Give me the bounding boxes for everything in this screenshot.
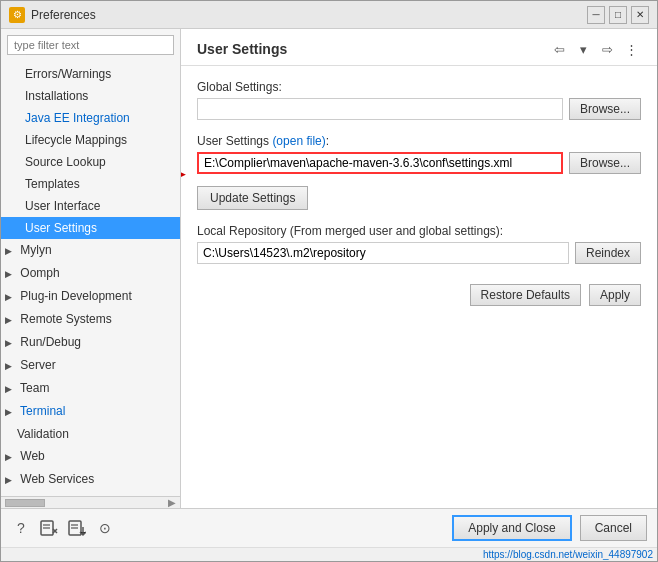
- apply-button[interactable]: Apply: [589, 284, 641, 306]
- sidebar-item-server[interactable]: ▶ Server: [1, 354, 180, 377]
- main-panel: User Settings ⇦ ▾ ⇨ ⋮ Global Settings: B…: [181, 29, 657, 508]
- sidebar-item-oomph[interactable]: ▶ Oomph: [1, 262, 180, 285]
- open-file-link[interactable]: (open file): [272, 134, 325, 148]
- titlebar: ⚙ Preferences ─ □ ✕: [1, 1, 657, 29]
- user-settings-group: ➤ User Settings (open file): Browse... U…: [197, 134, 641, 210]
- sidebar-item-errors-warnings[interactable]: Errors/Warnings: [1, 63, 180, 85]
- sidebar-item-mylyn[interactable]: ▶ Mylyn: [1, 239, 180, 262]
- panel-title: User Settings: [197, 41, 287, 57]
- main-content: Global Settings: Browse... ➤ User Settin…: [181, 66, 657, 508]
- sidebar-item-user-interface[interactable]: User Interface: [1, 195, 180, 217]
- global-settings-browse-button[interactable]: Browse...: [569, 98, 641, 120]
- bottom-icons: ? ⊙: [11, 518, 115, 538]
- content-area: Errors/Warnings Installations Java EE In…: [1, 29, 657, 508]
- sidebar-scrollbar[interactable]: ▶: [1, 496, 180, 508]
- sidebar-item-source-lookup[interactable]: Source Lookup: [1, 151, 180, 173]
- close-button[interactable]: ✕: [631, 6, 649, 24]
- export-icon[interactable]: [67, 518, 87, 538]
- global-settings-group: Global Settings: Browse...: [197, 80, 641, 120]
- action-row: Restore Defaults Apply: [197, 284, 641, 306]
- user-settings-input[interactable]: [197, 152, 563, 174]
- local-repository-input[interactable]: [197, 242, 569, 264]
- sidebar-item-terminal[interactable]: ▶ Terminal: [1, 400, 180, 423]
- bottom-bar: ? ⊙ Apply and Close Cancel: [1, 508, 657, 547]
- sidebar-item-validation[interactable]: Validation: [1, 423, 180, 445]
- user-settings-label: User Settings (open file):: [197, 134, 641, 148]
- scroll-thumb[interactable]: [5, 499, 45, 507]
- sidebar-item-web[interactable]: ▶ Web: [1, 445, 180, 468]
- sidebar-item-templates[interactable]: Templates: [1, 173, 180, 195]
- apply-and-close-button[interactable]: Apply and Close: [452, 515, 571, 541]
- forward-button[interactable]: ⇨: [597, 39, 617, 59]
- sidebar-item-installations[interactable]: Installations: [1, 85, 180, 107]
- update-settings-button[interactable]: Update Settings: [197, 186, 308, 210]
- local-repository-label: Local Repository (From merged user and g…: [197, 224, 641, 238]
- bottom-buttons: Apply and Close Cancel: [452, 515, 647, 541]
- user-settings-browse-button[interactable]: Browse...: [569, 152, 641, 174]
- sidebar-item-user-settings[interactable]: User Settings: [1, 217, 180, 239]
- tree-area: Errors/Warnings Installations Java EE In…: [1, 61, 180, 496]
- sidebar-item-lifecycle[interactable]: Lifecycle Mappings: [1, 129, 180, 151]
- search-input[interactable]: [7, 35, 174, 55]
- window-title: Preferences: [31, 8, 96, 22]
- back-button[interactable]: ⇦: [549, 39, 569, 59]
- import-icon[interactable]: [39, 518, 59, 538]
- sidebar-item-plugin-dev[interactable]: ▶ Plug-in Development: [1, 285, 180, 308]
- sidebar-item-java-ee[interactable]: Java EE Integration: [1, 107, 180, 129]
- preferences-window: ⚙ Preferences ─ □ ✕ Errors/Warnings Inst…: [0, 0, 658, 562]
- help-icon[interactable]: ?: [11, 518, 31, 538]
- global-settings-label: Global Settings:: [197, 80, 641, 94]
- dropdown-button[interactable]: ▾: [573, 39, 593, 59]
- sidebar-item-web-services[interactable]: ▶ Web Services: [1, 468, 180, 491]
- global-settings-input[interactable]: [197, 98, 563, 120]
- more-options-button[interactable]: ⋮: [621, 39, 641, 59]
- restore-defaults-button[interactable]: Restore Defaults: [470, 284, 581, 306]
- main-header: User Settings ⇦ ▾ ⇨ ⋮: [181, 29, 657, 66]
- minimize-button[interactable]: ─: [587, 6, 605, 24]
- maximize-button[interactable]: □: [609, 6, 627, 24]
- local-repository-row: Reindex: [197, 242, 641, 264]
- sidebar-item-team[interactable]: ▶ Team: [1, 377, 180, 400]
- user-settings-row: Browse...: [197, 152, 641, 174]
- toolbar-icons: ⇦ ▾ ⇨ ⋮: [549, 39, 641, 59]
- footer-link: https://blog.csdn.net/weixin_44897902: [1, 547, 657, 561]
- sidebar-item-remote-systems[interactable]: ▶ Remote Systems: [1, 308, 180, 331]
- cancel-button[interactable]: Cancel: [580, 515, 647, 541]
- settings-icon[interactable]: ⊙: [95, 518, 115, 538]
- red-arrow-indicator: ➤: [181, 162, 185, 188]
- sidebar: Errors/Warnings Installations Java EE In…: [1, 29, 181, 508]
- global-settings-row: Browse...: [197, 98, 641, 120]
- window-icon: ⚙: [9, 7, 25, 23]
- local-repository-group: Local Repository (From merged user and g…: [197, 224, 641, 264]
- reindex-button[interactable]: Reindex: [575, 242, 641, 264]
- sidebar-item-run-debug[interactable]: ▶ Run/Debug: [1, 331, 180, 354]
